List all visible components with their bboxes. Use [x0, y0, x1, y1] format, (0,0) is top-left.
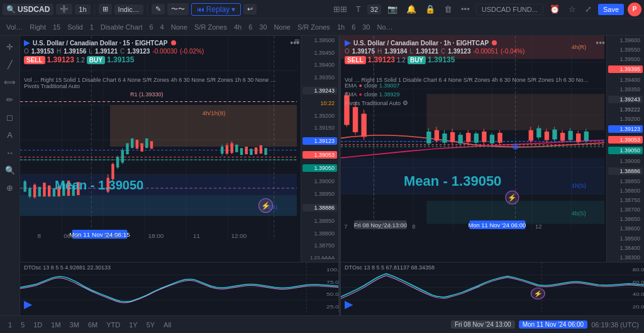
price-label: 1.38600: [608, 225, 643, 232]
chart-row: 4h/1h(8) 1h(S): [20, 36, 644, 262]
time-3m-button[interactable]: 3M: [67, 320, 82, 330]
svg-rect-46: [140, 144, 143, 152]
undo-button[interactable]: ↩: [243, 4, 257, 14]
price-label: 10:22: [303, 100, 337, 106]
time-6m-button[interactable]: 6M: [85, 320, 101, 330]
svg-rect-28: [43, 183, 45, 196]
svg-text:7: 7: [344, 223, 347, 230]
svg-rect-45: [136, 140, 138, 149]
one-button[interactable]: 1: [87, 22, 96, 32]
lock-button[interactable]: 🔒: [423, 3, 438, 15]
none-button[interactable]: None: [169, 22, 190, 32]
price-label: 1.38650: [608, 216, 643, 222]
line-tool[interactable]: ╱: [2, 56, 18, 72]
six-button[interactable]: 6: [147, 22, 155, 32]
magnet-tool[interactable]: ⊕: [2, 179, 18, 196]
replay-label: Replay: [206, 5, 230, 14]
chart2-ema200-dot: ●: [359, 90, 362, 99]
chart1-price-axis: 1.39500 1.39450 1.39400 1.39350 1.39243 …: [301, 36, 338, 262]
text-tool[interactable]: A: [2, 127, 18, 143]
camera-button[interactable]: 📷: [385, 3, 400, 15]
6c-button[interactable]: 6: [349, 22, 358, 32]
30-button[interactable]: 6: [246, 22, 255, 32]
chart1-bid-ask: SELL 1.39123 1.2 BUY 1.39135: [24, 55, 309, 64]
secondary-toolbar: Vol… Right 15 Solid 1 Disable Chart 6 4 …: [0, 19, 644, 36]
expand-button[interactable]: ⤢: [582, 3, 594, 15]
replay-icon: ⏮: [197, 5, 204, 14]
timeframe-button[interactable]: 1h: [75, 4, 90, 14]
svg-rect-48: [150, 141, 153, 149]
time-1y-button[interactable]: 1Y: [126, 320, 140, 330]
none2-button[interactable]: None: [272, 22, 293, 32]
replay-button[interactable]: ⏮ Replay ▾: [191, 3, 241, 16]
time-5-button[interactable]: 5: [18, 320, 28, 330]
measure-tool[interactable]: ↔: [2, 144, 18, 161]
star-button[interactable]: ☆: [566, 3, 579, 15]
four-button[interactable]: 4: [158, 22, 167, 32]
time-5y-button[interactable]: 5Y: [143, 320, 158, 330]
chart1-title-row: ▶ U.S. Dollar / Canadian Dollar · 15 · E…: [24, 38, 309, 47]
bell-button[interactable]: 🔔: [404, 3, 419, 15]
4h-button[interactable]: 4h: [231, 22, 244, 32]
right-button[interactable]: Right: [27, 22, 48, 32]
price-label: 1.38750: [303, 242, 337, 249]
sr-zones-button[interactable]: S/R Zones: [192, 22, 230, 32]
bar-type-button[interactable]: ⊞: [99, 4, 112, 14]
1h-button[interactable]: 1h: [335, 22, 347, 32]
time-1d-button[interactable]: 1D: [30, 320, 45, 330]
chart2-pivots-row: Pivots Traditional Auto ⚙: [345, 99, 408, 108]
time-1-button[interactable]: 1: [5, 320, 15, 330]
watch-button[interactable]: ⏰: [547, 3, 562, 15]
chart2-ema200-row: EMA ● close 1.38929: [345, 90, 408, 99]
trash-button[interactable]: 🗑: [441, 3, 455, 15]
chart1-spread: 1.2: [76, 57, 85, 64]
15-button[interactable]: 15: [50, 22, 63, 32]
price-label-h2: 1.38886: [303, 204, 337, 212]
indicator-button[interactable]: Indic…: [114, 4, 143, 14]
wave-button[interactable]: 〜〜: [167, 3, 189, 15]
chart1-buy-val: 1.39135: [107, 55, 134, 64]
chart2-l-val: 1.39121: [416, 48, 438, 55]
disable-chart-button[interactable]: Disable Chart: [98, 22, 145, 32]
chart2-l-label: L: [409, 48, 413, 55]
svg-rect-60: [255, 147, 257, 154]
brush-tool[interactable]: ✏: [2, 91, 18, 108]
svg-rect-59: [250, 149, 252, 155]
chart2-buy-label: BUY: [408, 56, 426, 64]
price-label-hl: 1.39243: [608, 96, 643, 103]
layout-button[interactable]: ⊞⊞: [331, 3, 350, 15]
chart2-c-val: 1.39123: [448, 48, 470, 55]
sr-zones2-button[interactable]: S/R Zones: [295, 22, 333, 32]
price-label: 1.23.AAAA: [303, 255, 337, 261]
chart2-ema200-val: 1.38929: [379, 90, 400, 99]
draw-button[interactable]: ✎: [152, 4, 165, 14]
solid-button[interactable]: Solid: [65, 22, 85, 32]
text-button[interactable]: T: [353, 3, 364, 15]
time-ytd-button[interactable]: YTD: [103, 320, 123, 330]
add-indicator-button[interactable]: ➕: [56, 4, 72, 14]
shape-tool[interactable]: ◻: [2, 109, 18, 125]
svg-rect-58: [245, 147, 248, 154]
chart1-pivots: Pivots Traditional Auto: [24, 83, 80, 89]
cursor-tool[interactable]: ✛: [2, 38, 18, 55]
30c-button[interactable]: 30: [360, 22, 372, 32]
chart1-r1: R1 (1.39330): [130, 91, 164, 98]
zoom-tool[interactable]: 🔍: [2, 162, 18, 178]
svg-text:4h/1h(8): 4h/1h(8): [203, 110, 226, 117]
symbol-selector[interactable]: 🔍 USDCAD: [3, 4, 53, 15]
time-1m-button[interactable]: 1M: [48, 320, 64, 330]
channel-tool[interactable]: ⟺: [2, 74, 18, 90]
vol-button[interactable]: Vol…: [4, 22, 25, 32]
30b-button[interactable]: 30: [257, 22, 269, 32]
none3-button[interactable]: No…: [375, 22, 396, 32]
osc1-panel: DTOsc 13 8 5 5 4.92881 22.30133 ▶ 100.00: [20, 262, 339, 312]
more-button[interactable]: •••: [458, 3, 472, 15]
time-all-button[interactable]: All: [160, 320, 174, 330]
price-label: 1.38400: [608, 245, 643, 251]
chart2-panel: 4h(R) 1h(S) 4b(S): [341, 36, 644, 262]
separator2: [147, 4, 148, 15]
price-label: 1.39400: [608, 77, 643, 83]
avatar[interactable]: P: [628, 3, 641, 16]
svg-rect-138: [584, 132, 589, 141]
save-button[interactable]: Save: [598, 4, 624, 15]
